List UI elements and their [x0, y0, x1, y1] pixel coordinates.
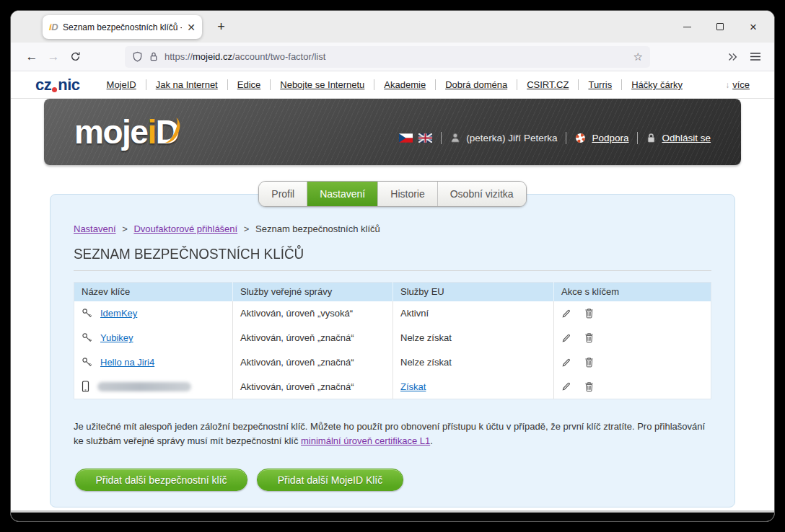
browser-tab[interactable]: iD Seznam bezpečnostních klíčů - ✕ [43, 15, 202, 39]
more-link[interactable]: více [732, 79, 750, 90]
page-footer-strip [11, 510, 774, 521]
column-header-gov: Služby veřejné správy [233, 283, 393, 301]
separator [637, 132, 638, 144]
new-tab-button[interactable]: + [211, 17, 231, 37]
masthead-user-area: (peterka) Jiří Peterka Podpora Odhlásit … [399, 132, 711, 144]
pencil-icon [561, 309, 571, 319]
add-mojeid-key-button[interactable]: Přidat další MojeID Klíč [257, 469, 403, 491]
phone-icon [82, 381, 89, 392]
tab-historie[interactable]: Historie [378, 182, 437, 206]
eu-status: Nelze získat [393, 326, 554, 350]
eu-get-link[interactable]: Získat [400, 381, 426, 392]
tab-title: Seznam bezpečnostních klíčů - [63, 22, 182, 32]
top-nav-link[interactable]: Edice [228, 79, 271, 90]
tab-close-icon[interactable]: ✕ [187, 22, 196, 32]
action-buttons: Přidat další bezpečnostní klíč Přidat da… [75, 469, 711, 491]
browser-window: iD Seznam bezpečnostních klíčů - ✕ + × ←… [10, 10, 775, 522]
note-text: . [430, 435, 433, 446]
top-nav-link[interactable]: Nebojte se Internetu [271, 79, 374, 90]
life-ring-icon [575, 133, 586, 143]
nav-toolbar: ← → https://mojeid.cz/account/two-factor… [11, 43, 774, 71]
top-nav-link[interactable]: Jak na Internet [146, 79, 227, 90]
delete-button[interactable] [584, 332, 594, 343]
key-name-link[interactable]: Hello na Jiri4 [100, 357, 154, 368]
table-row: Aktivován, úroveň „značná“ Získat [74, 375, 711, 399]
gov-status: Aktivován, úroveň „značná“ [233, 326, 393, 350]
divider [74, 270, 711, 271]
profile-tabs: Profil Nastavení Historie Osobní vizitka [11, 181, 774, 207]
cznic-logo-cz: cz [35, 76, 51, 94]
edit-button[interactable] [561, 358, 571, 368]
maximize-button[interactable] [703, 11, 737, 43]
top-nav-link[interactable]: Háčky čárky [622, 79, 692, 90]
eu-status: Nelze získat [393, 350, 554, 375]
gov-status: Aktivován, úroveň „značná“ [233, 375, 393, 399]
top-nav-link[interactable]: MojeID [97, 79, 146, 90]
close-button[interactable]: × [737, 11, 770, 43]
tab-nastaveni[interactable]: Nastavení [307, 182, 378, 206]
top-nav-link[interactable]: Turris [579, 79, 621, 90]
delete-button[interactable] [584, 357, 594, 368]
window-controls: × [670, 11, 770, 43]
edit-button[interactable] [561, 309, 571, 319]
support-link[interactable]: Podpora [592, 133, 628, 143]
minimize-button[interactable] [670, 11, 703, 43]
delete-button[interactable] [584, 381, 594, 392]
key-icon [82, 332, 92, 344]
mojeid-favicon-icon: iD [49, 22, 58, 32]
top-nav-link[interactable]: Dobrá doména [436, 79, 517, 90]
security-keys-table: Název klíče Služby veřejné správy Služby… [74, 282, 711, 399]
hamburger-menu-icon[interactable] [750, 52, 761, 61]
add-security-key-button[interactable]: Přidat další bezpečnostní klíč [75, 469, 247, 491]
back-button[interactable]: ← [21, 46, 43, 68]
top-nav-link[interactable]: Akademie [374, 79, 435, 90]
bookmark-star-icon[interactable]: ☆ [633, 50, 643, 63]
back-arrow-icon: ← [26, 50, 38, 64]
overflow-chevron-icon[interactable] [727, 52, 738, 62]
forward-button[interactable]: → [43, 46, 64, 68]
column-header-name: Název klíče [74, 283, 233, 301]
logout-padlock-icon [646, 133, 656, 143]
url-scheme: https:// [165, 51, 193, 62]
separator [441, 132, 442, 144]
breadcrumb-separator: > [244, 223, 250, 234]
mojeid-logo-i: i [147, 113, 155, 151]
url-domain: mojeid.cz [193, 51, 232, 62]
table-row: Hello na Jiri4 Aktivován, úroveň „značná… [74, 350, 711, 375]
edit-button[interactable] [561, 333, 571, 343]
cznic-logo-nic: nic [58, 76, 79, 94]
shield-icon[interactable] [132, 51, 143, 62]
reload-icon [70, 51, 81, 62]
delete-button[interactable] [584, 308, 594, 319]
redacted-key-name[interactable] [97, 382, 191, 391]
url-path: /account/two-factor/list [232, 51, 325, 62]
cznic-logo-dot [52, 87, 57, 92]
trash-icon [584, 332, 594, 343]
mojeid-logo[interactable]: mojeiD [74, 112, 178, 151]
czech-flag-icon[interactable] [399, 133, 413, 143]
trash-icon [584, 381, 594, 392]
tab-profil[interactable]: Profil [259, 182, 307, 206]
key-name-link[interactable]: IdemKey [100, 308, 137, 319]
edit-button[interactable] [561, 381, 571, 391]
table-row: IdemKey Aktivován, úroveň „vysoká“ Aktiv… [74, 301, 711, 326]
cznic-logo[interactable]: cz nic [35, 76, 80, 94]
breadcrumb-link-nastaveni[interactable]: Nastavení [74, 223, 116, 234]
tab-osobni-vizitka[interactable]: Osobní vizitka [438, 182, 526, 206]
url-bar[interactable]: https://mojeid.cz/account/two-factor/lis… [125, 46, 650, 68]
column-header-actions: Akce s klíčem [554, 283, 711, 301]
breadcrumb-separator: > [122, 223, 128, 234]
certification-link[interactable]: minimální úroveň certifikace L1 [301, 435, 430, 446]
separator [566, 132, 566, 144]
top-nav-link[interactable]: CSIRT.CZ [517, 79, 578, 90]
mojeid-logo-d: D [156, 113, 179, 151]
key-icon [82, 357, 92, 368]
page-title: SEZNAM BEZPEČNOSTNÍCH KLÍČŮ [74, 245, 711, 262]
reload-button[interactable] [64, 46, 86, 68]
key-name-link[interactable]: Yubikey [100, 332, 133, 343]
uk-flag-icon[interactable] [418, 133, 432, 143]
breadcrumb-link-dvoufaktorove[interactable]: Dvoufaktorové přihlášení [133, 223, 237, 234]
logout-link[interactable]: Odhlásit se [662, 133, 711, 143]
plus-icon: + [217, 19, 225, 35]
lock-icon[interactable] [149, 51, 159, 62]
